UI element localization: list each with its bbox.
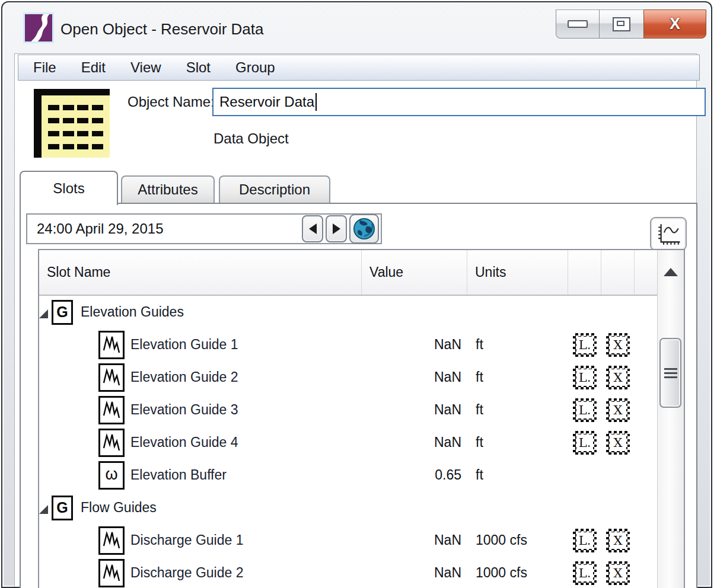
- flag-l-button[interactable]: L.: [573, 333, 597, 357]
- arrow-left-icon: [309, 223, 317, 234]
- scrollbar-grip-icon: [664, 368, 677, 378]
- flag-x-button[interactable]: X: [606, 398, 630, 422]
- minimize-button[interactable]: [556, 9, 600, 39]
- slot-name-cell: Elevation Guide 1: [39, 328, 362, 361]
- slot-label: Elevation Guides: [81, 304, 184, 320]
- slot-name-cell: Elevation Guide 2: [39, 361, 362, 394]
- tab-description[interactable]: Description: [219, 175, 330, 203]
- data-object-icon: [34, 89, 110, 158]
- slot-label: Elevation Guide 3: [130, 402, 238, 418]
- slot-value: NaN: [362, 565, 467, 581]
- object-name-label: Object Name:: [128, 94, 215, 110]
- slot-name-cell: G G Flow Guides: [39, 491, 362, 524]
- object-name-value: Reservoir Data: [219, 94, 314, 110]
- close-icon: X: [670, 16, 680, 32]
- flag-x-button[interactable]: X: [606, 431, 630, 455]
- timestep-selector: 24:00 April 29, 2015: [26, 213, 382, 244]
- slot-label: Flow Guides: [81, 500, 157, 516]
- plot-slots-button[interactable]: [650, 217, 687, 251]
- flag-x-button[interactable]: X: [606, 333, 630, 357]
- slot-row[interactable]: G G Elevation Guides L. X: [39, 296, 658, 328]
- flag-l-button[interactable]: L.: [573, 529, 597, 552]
- menu-view[interactable]: View: [118, 55, 174, 80]
- slot-table-header: Slot Name Value Units: [39, 250, 658, 296]
- slot-table: Slot Name Value Units G G Elevation Guid…: [38, 249, 685, 588]
- flag-l-button[interactable]: L.: [573, 431, 597, 455]
- flag-cell-right: X: [601, 431, 635, 455]
- object-name-input[interactable]: Reservoir Data: [212, 88, 706, 116]
- slot-label: Elevation Buffer: [130, 467, 227, 483]
- tab-attributes[interactable]: Attributes: [121, 175, 215, 203]
- series-slot-icon: [98, 526, 125, 555]
- slot-row[interactable]: Elevation Guide 1 NaN ft L. X: [39, 328, 658, 361]
- flag-cell-right: X: [601, 366, 635, 389]
- menu-bar: File Edit View Slot Group: [18, 55, 700, 81]
- flag-cell-right: X: [601, 529, 635, 552]
- timestep-value: 24:00 April 29, 2015: [27, 220, 302, 237]
- slot-name-cell: G G Elevation Guides: [39, 296, 362, 328]
- slot-value: NaN: [362, 434, 467, 450]
- expanded-triangle-icon[interactable]: [39, 505, 48, 514]
- next-timestep-button[interactable]: [326, 215, 347, 242]
- menu-slot[interactable]: Slot: [174, 55, 223, 80]
- scroll-up-icon[interactable]: [664, 268, 678, 276]
- flag-cell-left: L.: [568, 529, 601, 552]
- globe-icon: [353, 218, 375, 240]
- flag-cell-left: L.: [568, 561, 601, 585]
- slot-name-cell: Elevation Guide 3: [39, 394, 362, 426]
- object-type-label: Data Object: [213, 130, 289, 147]
- slot-units: ft: [467, 369, 568, 385]
- slot-label: Elevation Guide 2: [130, 369, 238, 385]
- scrollbar-thumb[interactable]: [659, 338, 681, 408]
- slot-value: NaN: [362, 532, 467, 548]
- expanded-triangle-icon[interactable]: [39, 309, 48, 318]
- slot-row[interactable]: Elevation Guide 4 NaN ft L. X: [39, 426, 658, 459]
- group-icon: G: [52, 300, 73, 325]
- slot-row[interactable]: Elevation Guide 3 NaN ft L. X: [39, 394, 658, 426]
- flag-x-button[interactable]: X: [606, 529, 630, 552]
- close-button[interactable]: X: [643, 9, 706, 39]
- flag-l-button[interactable]: L.: [573, 366, 597, 389]
- slot-label: Discharge Guide 2: [130, 565, 244, 581]
- window-title: Open Object - Reservoir Data: [60, 20, 263, 39]
- column-header-value[interactable]: Value: [362, 250, 467, 295]
- global-timestep-button[interactable]: [349, 214, 379, 244]
- flag-cell-left: L.: [568, 431, 601, 455]
- column-header-slot-name[interactable]: Slot Name: [39, 250, 362, 295]
- menu-file[interactable]: File: [21, 55, 69, 80]
- minimize-icon: [568, 20, 588, 28]
- series-slot-icon: [98, 396, 125, 424]
- slot-value: NaN: [362, 369, 467, 385]
- column-header-flag-1[interactable]: [568, 250, 601, 295]
- slot-units: ft: [467, 467, 568, 483]
- menu-group[interactable]: Group: [223, 55, 288, 80]
- slot-row[interactable]: ω ω Elevation Buffer 0.65 ft L. X: [39, 459, 658, 491]
- flag-x-button[interactable]: X: [606, 561, 630, 585]
- slot-units: ft: [467, 434, 568, 450]
- slot-row[interactable]: Discharge Guide 2 NaN 1000 cfs L. X: [39, 557, 658, 588]
- slot-units: ft: [467, 337, 568, 353]
- menu-edit[interactable]: Edit: [69, 55, 118, 80]
- column-header-units[interactable]: Units: [467, 250, 568, 295]
- slot-row[interactable]: G G Flow Guides L. X: [39, 491, 658, 524]
- slot-value: NaN: [362, 337, 467, 353]
- flag-l-button[interactable]: L.: [573, 398, 597, 422]
- flag-cell-right: X: [601, 398, 635, 422]
- column-header-flag-2[interactable]: [601, 250, 635, 295]
- flag-l-button[interactable]: L.: [573, 561, 597, 585]
- slot-row[interactable]: Discharge Guide 1 NaN 1000 cfs L. X: [39, 524, 658, 557]
- slot-label: Elevation Guide 1: [130, 337, 238, 353]
- slot-name-cell: Elevation Guide 4: [39, 426, 362, 459]
- maximize-button[interactable]: [600, 9, 643, 39]
- flag-cell-left: L.: [568, 333, 601, 357]
- tab-slots[interactable]: Slots: [20, 171, 118, 205]
- flag-x-button[interactable]: X: [606, 366, 630, 389]
- previous-timestep-button[interactable]: [302, 215, 323, 242]
- slot-name-cell: Discharge Guide 1: [39, 524, 362, 557]
- slot-label: Discharge Guide 1: [130, 532, 244, 548]
- slot-value: NaN: [362, 402, 467, 418]
- vertical-scrollbar[interactable]: [657, 250, 684, 588]
- slot-row[interactable]: Elevation Guide 2 NaN ft L. X: [39, 361, 658, 394]
- series-slot-icon: [98, 559, 125, 587]
- river-glyph: [25, 14, 52, 41]
